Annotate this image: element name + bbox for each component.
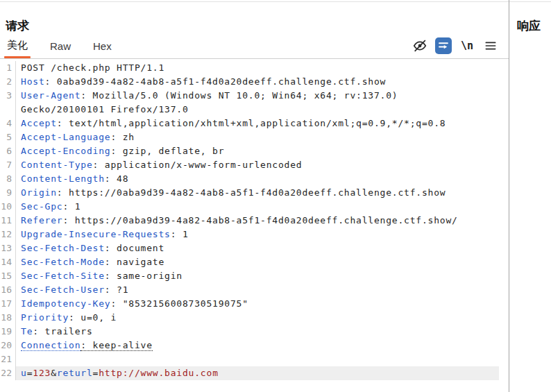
code-line[interactable]: 2Host: 0aba9d39-4a82-4ab8-a5f1-f4d0a20de… [0, 75, 509, 89]
code-line-text[interactable]: Connection: keep-alive [16, 339, 499, 352]
code-segment: : 0aba9d39-4a82-4ab8-a5f1-f4d0a20deeff.c… [45, 76, 387, 87]
code-segment: Upgrade-Insecure-Requests [21, 229, 171, 239]
code-line[interactable]: 14Sec-Fetch-Mode: navigate [0, 255, 509, 269]
code-line-text[interactable]: Host: 0aba9d39-4a82-4ab8-a5f1-f4d0a20dee… [16, 75, 499, 89]
code-line[interactable]: Gecko/20100101 Firefox/137.0 [0, 103, 509, 117]
code-line[interactable]: 19Te: trailers [0, 325, 509, 339]
code-line[interactable]: 4Accept: text/html,application/xhtml+xml… [0, 117, 509, 130]
code-segment: : text/html,application/xhtml+xml,applic… [57, 118, 446, 128]
code-line[interactable]: 18Priority: u=0, i [0, 311, 509, 325]
burp-message-editor: 请求 美化 Raw Hex \n [0, 0, 551, 392]
line-number: 3 [0, 89, 16, 103]
code-segment: : application/x-www-form-urlencoded [93, 160, 303, 170]
code-line[interactable]: 10Sec-Gpc: 1 [0, 200, 509, 214]
code-line[interactable]: 3User-Agent: Mozilla/5.0 (Windows NT 10.… [0, 89, 509, 103]
line-number: 1 [0, 61, 16, 75]
line-number: 8 [0, 172, 16, 186]
code-line[interactable]: 8Content-Length: 48 [0, 172, 509, 186]
code-line[interactable]: 21 [0, 352, 509, 366]
code-segment: Sec-Fetch-Dest [21, 243, 105, 253]
line-number: 5 [0, 130, 16, 144]
code-segment: : https://0aba9d39-4a82-4ab8-a5f1-f4d0a2… [57, 187, 446, 198]
code-line-text[interactable]: Upgrade-Insecure-Requests: 1 [16, 228, 499, 241]
code-segment: : trailers [33, 326, 92, 336]
line-number: 6 [0, 144, 16, 158]
code-line[interactable]: 9Origin: https://0aba9d39-4a82-4ab8-a5f1… [0, 186, 509, 200]
code-line[interactable]: 16Sec-Fetch-User: ?1 [0, 283, 509, 297]
code-line-text[interactable]: Te: trailers [16, 325, 499, 339]
tabbar-separator [0, 58, 509, 59]
line-number: 17 [0, 297, 16, 311]
code-segment: : 1 [171, 229, 189, 239]
code-line-text[interactable]: Priority: u=0, i [16, 311, 499, 325]
code-line-text[interactable]: u=123&returl=http://www.baidu.com [16, 366, 499, 380]
code-line-text[interactable]: POST /check.php HTTP/1.1 [16, 61, 499, 75]
code-line[interactable]: 22u=123&returl=http://www.baidu.com [0, 366, 509, 380]
code-segment: Idempotency-Key [21, 298, 110, 309]
code-line[interactable]: 5Accept-Language: zh [0, 130, 509, 144]
tab-raw[interactable]: Raw [49, 40, 72, 58]
editor-toolbar: \n [412, 36, 499, 56]
code-line-text[interactable] [16, 352, 499, 366]
code-segment: 123 [33, 368, 51, 378]
code-line[interactable]: 12Upgrade-Insecure-Requests: 1 [0, 228, 509, 241]
code-line-text[interactable]: Sec-Fetch-Mode: navigate [16, 255, 499, 269]
code-line[interactable]: 13Sec-Fetch-Dest: document [0, 241, 509, 255]
code-segment: Sec-Gpc [21, 201, 62, 212]
code-line-text[interactable]: Sec-Fetch-Dest: document [16, 241, 499, 255]
line-number: 10 [0, 200, 16, 214]
code-segment: Accept-Encoding [21, 146, 110, 156]
code-line-text[interactable]: User-Agent: Mozilla/5.0 (Windows NT 10.0… [16, 89, 499, 103]
code-line-text[interactable]: Sec-Fetch-User: ?1 [16, 283, 499, 297]
tab-hex[interactable]: Hex [92, 40, 113, 58]
line-number: 16 [0, 283, 16, 297]
code-line-text[interactable]: Content-Type: application/x-www-form-url… [16, 158, 499, 172]
code-line-text[interactable]: Gecko/20100101 Firefox/137.0 [16, 103, 499, 117]
line-number: 14 [0, 255, 16, 269]
code-line[interactable]: 15Sec-Fetch-Site: same-origin [0, 269, 509, 283]
code-line[interactable]: 7Content-Type: application/x-www-form-ur… [0, 158, 509, 172]
line-number: 15 [0, 269, 16, 283]
line-number: 19 [0, 325, 16, 339]
code-segment: : https://0aba9d39-4a82-4ab8-a5f1-f4d0a2… [62, 215, 457, 225]
eye-off-icon[interactable] [412, 37, 428, 54]
code-line[interactable]: 17Idempotency-Key: "8532156008730519075" [0, 297, 509, 311]
code-segment: : u=0, i [69, 312, 117, 323]
code-line-text[interactable]: Accept-Language: zh [16, 130, 499, 144]
request-panel-title: 请求 [6, 18, 29, 34]
newline-toggle[interactable]: \n [459, 37, 475, 54]
code-segment: Accept-Language [21, 132, 110, 142]
code-segment: Origin [21, 187, 57, 198]
code-segment: Connection [21, 340, 80, 351]
line-number: 21 [0, 352, 16, 366]
hamburger-menu-icon[interactable] [482, 37, 499, 54]
code-segment: : zh [110, 132, 135, 142]
code-line-text[interactable]: Idempotency-Key: "8532156008730519075" [16, 297, 499, 311]
code-segment: : navigate [105, 257, 164, 267]
code-lines[interactable]: 1POST /check.php HTTP/1.12Host: 0aba9d39… [0, 61, 509, 380]
code-segment: Referer [21, 215, 62, 225]
code-line-text[interactable]: Referer: https://0aba9d39-4a82-4ab8-a5f1… [16, 214, 499, 228]
word-wrap-icon[interactable] [435, 37, 452, 54]
code-line[interactable]: 6Accept-Encoding: gzip, deflate, br [0, 144, 509, 158]
code-line[interactable]: 1POST /check.php HTTP/1.1 [0, 61, 509, 75]
code-segment: : 1 [62, 201, 80, 212]
line-number: 7 [0, 158, 16, 172]
code-line[interactable]: 20Connection: keep-alive [0, 339, 509, 352]
code-line-text[interactable]: Content-Length: 48 [16, 172, 499, 186]
code-line-text[interactable]: Origin: https://0aba9d39-4a82-4ab8-a5f1-… [16, 186, 499, 200]
code-segment: User-Agent [21, 90, 80, 101]
code-line-text[interactable]: Sec-Gpc: 1 [16, 200, 499, 214]
line-number: 22 [0, 366, 16, 380]
code-segment: u [21, 368, 27, 378]
code-segment: Content-Type [21, 160, 93, 170]
code-line-text[interactable]: Accept: text/html,application/xhtml+xml,… [16, 117, 499, 130]
line-number: 13 [0, 241, 16, 255]
code-segment: Priority [21, 312, 69, 323]
code-line[interactable]: 11Referer: https://0aba9d39-4a82-4ab8-a5… [0, 214, 509, 228]
code-line-text[interactable]: Accept-Encoding: gzip, deflate, br [16, 144, 499, 158]
line-number: 18 [0, 311, 16, 325]
code-line-text[interactable]: Sec-Fetch-Site: same-origin [16, 269, 499, 283]
tab-pretty[interactable]: 美化 [6, 39, 29, 58]
request-panel: 请求 美化 Raw Hex \n [0, 0, 509, 392]
